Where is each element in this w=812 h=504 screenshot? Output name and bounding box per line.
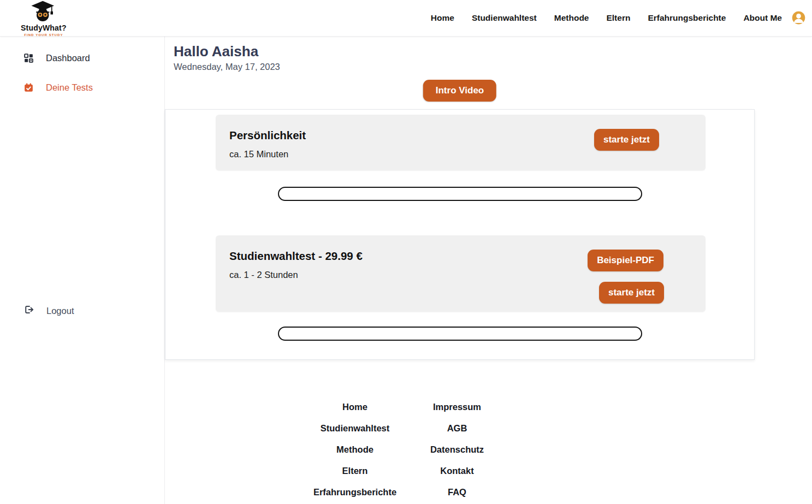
footer-links: Home Studienwahltest Methode Eltern Erfa… — [0, 402, 812, 504]
test-card-persoenlichkeit: Persönlichkeit ca. 15 Minuten starte jet… — [216, 115, 706, 170]
beispiel-pdf-button[interactable]: Beispiel-PDF — [588, 250, 663, 271]
start-now-button[interactable]: starte jetzt — [594, 129, 659, 151]
primary-nav: Home Studienwahltest Methode Eltern Erfa… — [431, 13, 782, 23]
dashboard-grid-icon — [24, 54, 33, 63]
owl-graduation-cap-icon — [29, 0, 58, 23]
nav-item-methode[interactable]: Methode — [554, 13, 589, 23]
tests-panel: Persönlichkeit ca. 15 Minuten starte jet… — [165, 109, 755, 360]
footer-link-studienwahltest[interactable]: Studienwahltest — [321, 423, 390, 433]
sidebar-item-dashboard[interactable]: Dashboard — [0, 52, 164, 64]
footer-link-erfahrungsberichte[interactable]: Erfahrungsberichte — [313, 487, 396, 497]
footer-link-impressum[interactable]: Impressum — [433, 402, 481, 412]
logout-icon — [24, 305, 34, 317]
current-date: Wednesday, May 17, 2023 — [174, 62, 280, 72]
test-title: Persönlichkeit — [229, 129, 306, 142]
footer-link-kontakt[interactable]: Kontakt — [440, 466, 473, 476]
progress-bar-studienwahltest — [278, 327, 642, 341]
footer-link-home[interactable]: Home — [342, 402, 368, 412]
footer-link-faq[interactable]: FAQ — [448, 487, 466, 497]
footer-link-eltern[interactable]: Eltern — [342, 466, 368, 476]
nav-item-eltern[interactable]: Eltern — [606, 13, 630, 23]
progress-bar-persoenlichkeit — [278, 187, 642, 201]
nav-item-home[interactable]: Home — [431, 13, 454, 23]
user-avatar-icon[interactable] — [791, 10, 807, 26]
page-title-greeting: Hallo Aaisha — [174, 43, 258, 60]
brand-tagline: FIND YOUR STUDY — [24, 33, 63, 37]
sidebar-item-deine-tests[interactable]: Deine Tests — [0, 81, 164, 93]
test-duration: ca. 1 - 2 Stunden — [229, 270, 298, 280]
footer-column-pages: Home Studienwahltest Methode Eltern Erfa… — [311, 402, 399, 504]
footer-link-datenschutz[interactable]: Datenschutz — [430, 444, 484, 454]
test-duration: ca. 15 Minuten — [229, 149, 288, 159]
footer-link-agb[interactable]: AGB — [447, 423, 467, 433]
logout-label: Logout — [46, 306, 74, 316]
brand-name: StudyWhat? — [21, 24, 67, 32]
calendar-check-icon — [24, 83, 33, 92]
sidebar-item-label: Dashboard — [46, 53, 90, 63]
nav-item-about-me[interactable]: About Me — [743, 13, 782, 23]
footer-link-methode[interactable]: Methode — [336, 444, 374, 454]
nav-item-erfahrungsberichte[interactable]: Erfahrungsberichte — [648, 13, 726, 23]
dashboard-page: StudyWhat? FIND YOUR STUDY Home Studienw… — [0, 0, 812, 504]
start-now-button[interactable]: starte jetzt — [599, 282, 664, 304]
sidebar-logout[interactable]: Logout — [0, 305, 74, 317]
sidebar-item-label: Deine Tests — [46, 82, 93, 93]
nav-item-studienwahltest[interactable]: Studienwahltest — [472, 13, 537, 23]
intro-video-button[interactable]: Intro Video — [423, 80, 496, 102]
footer-column-legal: Impressum AGB Datenschutz Kontakt FAQ — [413, 402, 501, 504]
test-title: Studienwahltest - 29.99 € — [229, 250, 363, 263]
brand-logo[interactable]: StudyWhat? FIND YOUR STUDY — [21, 0, 67, 37]
top-navigation-bar: StudyWhat? FIND YOUR STUDY Home Studienw… — [0, 0, 812, 37]
test-card-studienwahltest: Studienwahltest - 29.99 € ca. 1 - 2 Stun… — [216, 235, 706, 312]
